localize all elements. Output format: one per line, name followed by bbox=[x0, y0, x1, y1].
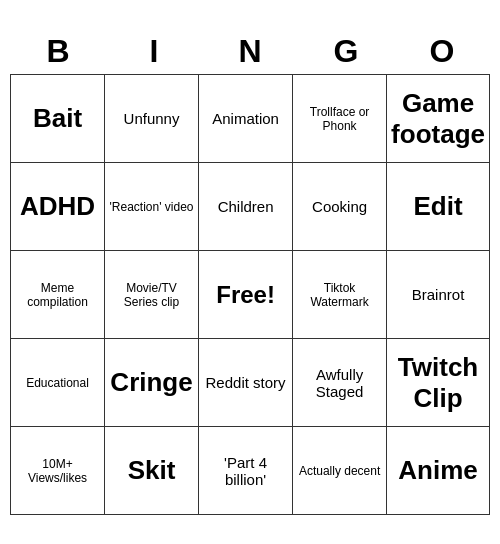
bingo-cell-11: Movie/TV Series clip bbox=[105, 251, 199, 339]
header-letter-i: I bbox=[106, 29, 202, 74]
bingo-card: BINGO BaitUnfunnyAnimationTrollface or P… bbox=[10, 29, 490, 515]
bingo-cell-8: Cooking bbox=[293, 163, 387, 251]
bingo-cell-22: 'Part 4 billion' bbox=[199, 427, 293, 515]
bingo-cell-2: Animation bbox=[199, 75, 293, 163]
bingo-cell-0: Bait bbox=[11, 75, 105, 163]
bingo-header: BINGO bbox=[10, 29, 490, 74]
bingo-cell-15: Educational bbox=[11, 339, 105, 427]
bingo-cell-4: Game footage bbox=[387, 75, 490, 163]
header-letter-n: N bbox=[202, 29, 298, 74]
bingo-cell-5: ADHD bbox=[11, 163, 105, 251]
header-letter-o: O bbox=[394, 29, 490, 74]
bingo-cell-1: Unfunny bbox=[105, 75, 199, 163]
bingo-cell-16: Cringe bbox=[105, 339, 199, 427]
bingo-cell-24: Anime bbox=[387, 427, 490, 515]
bingo-cell-10: Meme compilation bbox=[11, 251, 105, 339]
bingo-cell-14: Brainrot bbox=[387, 251, 490, 339]
header-letter-b: B bbox=[10, 29, 106, 74]
bingo-cell-3: Trollface or Phonk bbox=[293, 75, 387, 163]
bingo-cell-7: Children bbox=[199, 163, 293, 251]
bingo-cell-17: Reddit story bbox=[199, 339, 293, 427]
bingo-cell-18: Awfully Staged bbox=[293, 339, 387, 427]
bingo-cell-21: Skit bbox=[105, 427, 199, 515]
bingo-cell-9: Edit bbox=[387, 163, 490, 251]
bingo-cell-20: 10M+ Views/likes bbox=[11, 427, 105, 515]
bingo-cell-12: Free! bbox=[199, 251, 293, 339]
header-letter-g: G bbox=[298, 29, 394, 74]
bingo-cell-23: Actually decent bbox=[293, 427, 387, 515]
bingo-cell-19: Twitch Clip bbox=[387, 339, 490, 427]
bingo-cell-6: 'Reaction' video bbox=[105, 163, 199, 251]
bingo-grid: BaitUnfunnyAnimationTrollface or PhonkGa… bbox=[10, 74, 490, 515]
bingo-cell-13: Tiktok Watermark bbox=[293, 251, 387, 339]
